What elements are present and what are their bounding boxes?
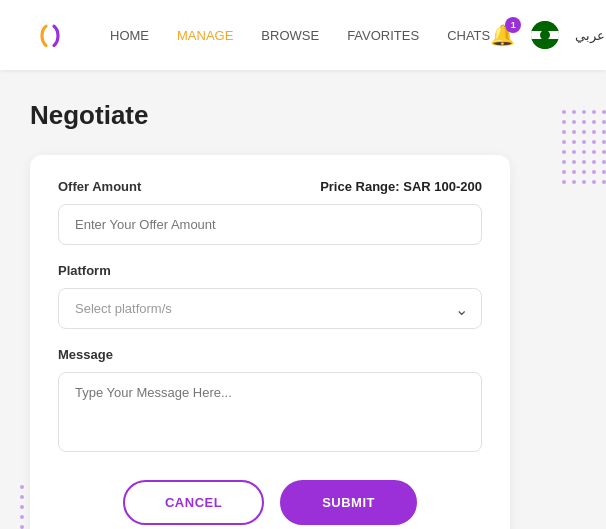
svg-rect-2	[531, 21, 559, 31]
arabic-lang[interactable]: عربي	[575, 28, 605, 43]
offer-amount-input[interactable]	[58, 204, 482, 245]
notification-badge: 1	[505, 17, 521, 33]
notification-button[interactable]: 🔔 1	[490, 23, 515, 47]
svg-point-4	[540, 30, 550, 40]
message-textarea[interactable]	[58, 372, 482, 452]
platform-select[interactable]: Select platform/s	[58, 288, 482, 329]
form-buttons: CANCEL SUBMIT	[58, 480, 482, 525]
platform-label: Platform	[58, 263, 482, 278]
logo[interactable]	[30, 15, 70, 55]
svg-rect-1	[531, 39, 559, 49]
submit-button[interactable]: SUBMIT	[280, 480, 417, 525]
main-content: Negotiate Offer Amount Price Range: SAR …	[0, 70, 606, 529]
price-range-value: SAR 100-200	[403, 179, 482, 194]
nav-chats[interactable]: CHATS	[447, 28, 490, 43]
price-range-prefix: Price Range:	[320, 179, 403, 194]
platform-select-wrapper: Select platform/s ⌄	[58, 288, 482, 329]
message-label: Message	[58, 347, 482, 362]
nav-browse[interactable]: BROWSE	[261, 28, 319, 43]
nav-favorites[interactable]: FAVORITES	[347, 28, 419, 43]
price-range: Price Range: SAR 100-200	[320, 179, 482, 194]
cancel-button[interactable]: CANCEL	[123, 480, 264, 525]
navbar: HOME MANAGE BROWSE FAVORITES CHATS 🔔 1 ع…	[0, 0, 606, 70]
nav-home[interactable]: HOME	[110, 28, 149, 43]
flag-icon[interactable]	[531, 21, 559, 49]
nav-right: 🔔 1 عربي	[490, 21, 605, 49]
negotiate-form-card: Offer Amount Price Range: SAR 100-200 Pl…	[30, 155, 510, 529]
offer-amount-row: Offer Amount Price Range: SAR 100-200	[58, 179, 482, 194]
nav-manage[interactable]: MANAGE	[177, 28, 233, 43]
offer-amount-label: Offer Amount	[58, 179, 141, 194]
page-title: Negotiate	[30, 100, 576, 131]
nav-links: HOME MANAGE BROWSE FAVORITES CHATS	[110, 28, 490, 43]
logo-icon	[30, 15, 70, 55]
